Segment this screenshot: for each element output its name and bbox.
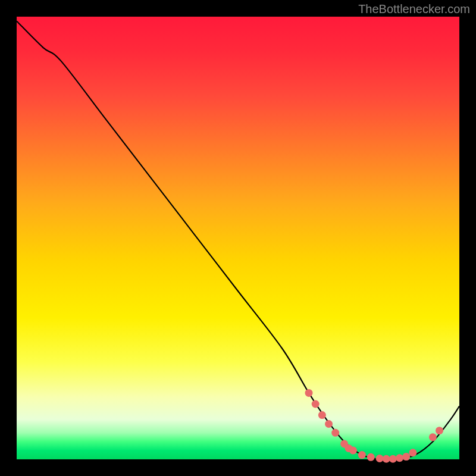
curve-marker bbox=[331, 429, 339, 437]
curve-marker bbox=[376, 455, 384, 462]
curve-marker bbox=[402, 453, 410, 461]
curve-marker bbox=[429, 433, 437, 441]
chart-svg bbox=[17, 17, 459, 459]
curve-marker bbox=[325, 420, 333, 428]
curve-marker bbox=[358, 451, 366, 459]
curve-markers-group bbox=[305, 389, 443, 463]
curve-marker bbox=[305, 389, 313, 397]
curve-marker bbox=[349, 447, 357, 455]
curve-marker bbox=[436, 427, 443, 434]
curve-marker bbox=[409, 449, 416, 456]
curve-marker bbox=[383, 455, 390, 463]
curve-marker bbox=[396, 454, 403, 462]
watermark-text: TheBottlenecker.com bbox=[358, 2, 470, 16]
curve-marker bbox=[312, 400, 320, 408]
chart-plot-area bbox=[17, 17, 459, 459]
bottleneck-curve-line bbox=[17, 21, 459, 459]
curve-marker bbox=[389, 455, 397, 463]
curve-marker bbox=[318, 411, 326, 419]
curve-marker bbox=[367, 453, 375, 461]
